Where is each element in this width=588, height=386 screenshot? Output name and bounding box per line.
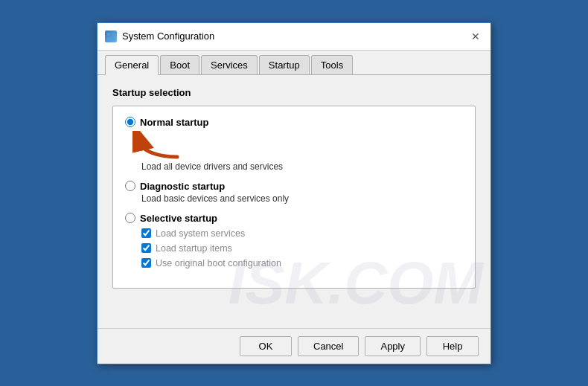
startup-selection-box: Normal startup Load all device driv: [112, 106, 476, 289]
diagnostic-startup-group: Diagnostic startup Load basic devices an…: [125, 181, 463, 204]
selective-startup-radio[interactable]: [125, 213, 135, 223]
title-bar: System Configuration ✕: [98, 23, 490, 51]
normal-startup-desc: Load all device drivers and services: [141, 161, 463, 172]
svg-rect-0: [107, 33, 110, 36]
title-bar-left: System Configuration: [105, 30, 214, 42]
tab-services[interactable]: Services: [201, 55, 258, 74]
svg-rect-3: [112, 37, 115, 40]
use-original-boot-item: Use original boot configuration: [141, 258, 463, 268]
ok-button[interactable]: OK: [240, 336, 292, 356]
normal-startup-radio[interactable]: [125, 117, 135, 127]
load-system-services-checkbox[interactable]: [141, 228, 151, 238]
section-title: Startup selection: [112, 87, 476, 98]
selective-startup-radio-item: Selective startup: [125, 213, 463, 224]
cancel-button[interactable]: Cancel: [298, 336, 359, 356]
apply-button[interactable]: Apply: [365, 336, 421, 356]
diagnostic-startup-desc: Load basic devices and services only: [141, 193, 463, 204]
load-startup-items-label: Load startup items: [156, 243, 232, 254]
load-system-services-label: Load system services: [156, 228, 245, 239]
load-system-services-item: Load system services: [141, 228, 463, 239]
app-icon: [105, 30, 117, 42]
tab-bar: General Boot Services Startup Tools: [98, 51, 490, 75]
selective-checkboxes: Load system services Load startup items …: [141, 228, 463, 268]
svg-rect-1: [112, 33, 115, 36]
tab-boot[interactable]: Boot: [160, 55, 199, 74]
button-bar: OK Cancel Apply Help: [98, 328, 490, 364]
use-original-boot-checkbox[interactable]: [141, 258, 151, 268]
arrow-annotation: [132, 131, 463, 161]
system-config-window: System Configuration ✕ General Boot Serv…: [97, 22, 491, 364]
load-startup-items-checkbox[interactable]: [141, 243, 151, 253]
selective-startup-group: Selective startup Load system services L…: [125, 213, 463, 268]
use-original-boot-label: Use original boot configuration: [156, 258, 281, 268]
help-button[interactable]: Help: [426, 336, 479, 356]
arrow-svg: [132, 131, 185, 159]
svg-rect-2: [107, 37, 110, 40]
load-startup-items-item: Load startup items: [141, 243, 463, 254]
selective-startup-label[interactable]: Selective startup: [140, 213, 217, 224]
normal-startup-label[interactable]: Normal startup: [140, 117, 208, 128]
tab-general[interactable]: General: [105, 55, 159, 75]
normal-startup-radio-item: Normal startup: [125, 117, 463, 128]
content-area: ISK.COM Startup selection Normal startup: [98, 75, 490, 328]
tab-tools[interactable]: Tools: [311, 55, 353, 74]
normal-startup-group: Normal startup Load all device driv: [125, 117, 463, 172]
window-title: System Configuration: [122, 30, 214, 42]
tab-startup[interactable]: Startup: [259, 55, 310, 74]
close-button[interactable]: ✕: [468, 29, 483, 44]
diagnostic-startup-label[interactable]: Diagnostic startup: [140, 181, 225, 192]
diagnostic-startup-radio[interactable]: [125, 181, 135, 191]
diagnostic-startup-radio-item: Diagnostic startup: [125, 181, 463, 192]
